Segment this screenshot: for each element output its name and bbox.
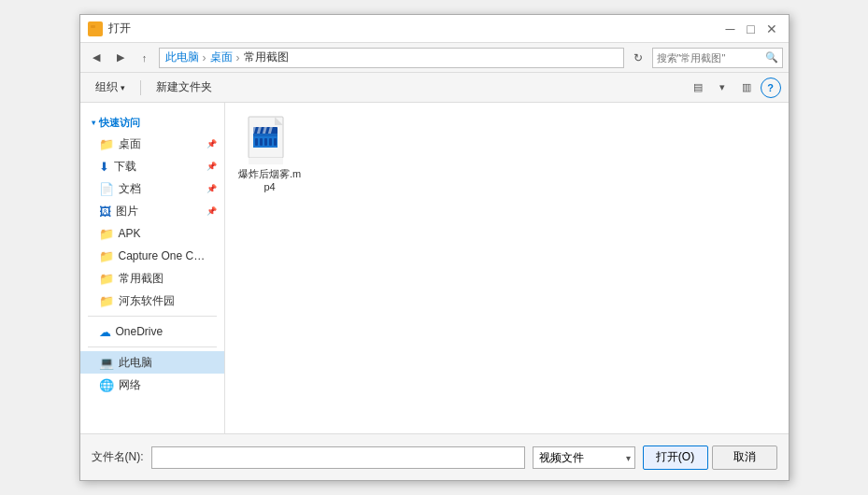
mp4-file-icon xyxy=(248,116,292,164)
up-button[interactable]: ↑ xyxy=(135,48,155,68)
back-button[interactable]: ◀ xyxy=(86,48,107,68)
address-path-bar[interactable]: 此电脑 › 桌面 › 常用截图 xyxy=(159,48,624,68)
sidebar-item-network[interactable]: 🌐 网络 xyxy=(80,374,224,396)
sidebar: ▾ 快速访问 📁 桌面 📌 ⬇ 下载 📌 📄 文档 📌 xyxy=(80,103,225,433)
path-current: 常用截图 xyxy=(244,50,289,65)
sidebar-label-network: 网络 xyxy=(119,377,141,393)
pictures-icon: 🖼 xyxy=(99,205,111,219)
path-sep-1: › xyxy=(203,51,206,64)
file-icon-container xyxy=(246,116,294,164)
minimize-button[interactable]: ─ xyxy=(721,20,740,38)
onedrive-icon: ☁ xyxy=(99,325,111,339)
pin-icon-documents: 📌 xyxy=(206,184,217,193)
view-arrow-icon: ▾ xyxy=(719,81,725,93)
file-area[interactable]: 爆炸后烟雾.mp4 xyxy=(225,103,789,433)
forward-icon: ▶ xyxy=(117,51,124,64)
quick-access-header[interactable]: ▾ 快速访问 xyxy=(80,110,224,133)
action-buttons: 打开(O) 取消 xyxy=(643,446,777,470)
sidebar-label-pictures: 图片 xyxy=(116,204,138,219)
sidebar-item-apk[interactable]: 📁 APK xyxy=(80,222,224,245)
svg-rect-12 xyxy=(255,138,258,146)
thispc-icon: 💻 xyxy=(99,356,114,370)
filetype-wrapper[interactable]: 视频文件 xyxy=(533,446,635,469)
filename-label: 文件名(N): xyxy=(92,449,144,465)
view-arrow-button[interactable]: ▾ xyxy=(712,78,733,98)
sidebar-label-apk: APK xyxy=(119,227,141,240)
folder-yellow-icon-apk: 📁 xyxy=(99,227,114,241)
new-folder-label: 新建文件夹 xyxy=(156,79,212,95)
sidebar-label-desktop: 桌面 xyxy=(119,136,141,152)
help-icon: ? xyxy=(767,82,774,93)
sidebar-item-desktop[interactable]: 📁 桌面 📌 xyxy=(80,133,224,155)
sidebar-item-thispc[interactable]: 💻 此电脑 xyxy=(80,351,224,374)
pane-icon: ▥ xyxy=(742,81,751,93)
sidebar-divider-1 xyxy=(88,316,217,317)
sidebar-label-screenshots: 常用截图 xyxy=(119,271,164,287)
cancel-button[interactable]: 取消 xyxy=(712,446,777,470)
organize-button[interactable]: 组织 ▾ xyxy=(88,77,133,99)
sidebar-label-capture: Capture One Cata xyxy=(119,249,207,262)
sidebar-label-downloads: 下载 xyxy=(114,159,136,175)
sidebar-label-thispc: 此电脑 xyxy=(119,355,152,371)
dialog-title: 打开 xyxy=(108,21,131,36)
network-icon: 🌐 xyxy=(99,378,114,392)
file-name: 爆炸后烟雾.mp4 xyxy=(236,167,304,194)
refresh-button[interactable]: ↻ xyxy=(628,48,648,68)
title-bar: 打开 ─ □ ✕ xyxy=(80,15,789,43)
organize-chevron: ▾ xyxy=(121,83,125,92)
svg-rect-14 xyxy=(264,138,267,146)
svg-rect-15 xyxy=(269,138,272,146)
list-item[interactable]: 爆炸后烟雾.mp4 xyxy=(233,110,307,200)
organize-label: 组织 xyxy=(95,79,118,95)
path-computer: 此电脑 xyxy=(165,50,199,65)
pane-button[interactable]: ▥ xyxy=(736,78,757,98)
close-button[interactable]: ✕ xyxy=(762,20,781,38)
pin-icon-downloads: 📌 xyxy=(206,162,217,171)
back-icon: ◀ xyxy=(92,51,100,64)
toolbar-separator xyxy=(140,80,141,95)
sidebar-item-pictures[interactable]: 🖼 图片 📌 xyxy=(80,200,224,222)
filetype-select[interactable]: 视频文件 xyxy=(533,446,635,469)
address-bar: ◀ ▶ ↑ 此电脑 › 桌面 › 常用截图 ↻ 🔍 xyxy=(80,43,789,73)
view-icon: ▤ xyxy=(693,81,703,93)
new-folder-button[interactable]: 新建文件夹 xyxy=(149,77,220,99)
svg-rect-17 xyxy=(249,158,283,164)
forward-button[interactable]: ▶ xyxy=(110,48,131,68)
svg-rect-0 xyxy=(91,27,100,34)
view-button[interactable]: ▤ xyxy=(688,78,708,98)
open-button[interactable]: 打开(O) xyxy=(643,446,708,470)
search-icon: 🔍 xyxy=(765,51,778,64)
sidebar-divider-2 xyxy=(88,346,217,347)
up-icon: ↑ xyxy=(142,52,148,64)
pin-icon-pictures: 📌 xyxy=(206,206,217,216)
refresh-icon: ↻ xyxy=(633,51,643,64)
sidebar-item-onedrive[interactable]: ☁ OneDrive xyxy=(80,320,224,343)
help-button[interactable]: ? xyxy=(761,78,781,98)
sidebar-item-downloads[interactable]: ⬇ 下载 📌 xyxy=(80,155,224,177)
sidebar-item-hedong[interactable]: 📁 河东软件园 xyxy=(80,290,224,312)
sidebar-item-documents[interactable]: 📄 文档 📌 xyxy=(80,177,224,200)
svg-rect-13 xyxy=(260,138,263,146)
quick-access-chevron: ▾ xyxy=(92,119,95,127)
sidebar-item-screenshots[interactable]: 📁 常用截图 xyxy=(80,267,224,290)
folder-blue-icon: 📁 xyxy=(99,137,114,151)
folder-yellow-icon-capture: 📁 xyxy=(99,249,114,263)
sidebar-label-documents: 文档 xyxy=(119,181,141,197)
folder-yellow-icon-screenshots: 📁 xyxy=(99,272,114,286)
bottom-bar: 文件名(N): 视频文件 打开(O) 取消 xyxy=(80,433,789,480)
filename-input[interactable] xyxy=(151,446,525,469)
window-controls: ─ □ ✕ xyxy=(721,20,781,38)
sidebar-item-capture[interactable]: 📁 Capture One Cata xyxy=(80,245,224,267)
dialog-icon xyxy=(88,21,103,36)
search-input[interactable] xyxy=(657,52,761,64)
path-desktop: 桌面 xyxy=(210,50,233,65)
download-icon: ⬇ xyxy=(99,160,109,174)
pin-icon-desktop: 📌 xyxy=(206,139,217,148)
svg-rect-16 xyxy=(274,138,277,146)
sidebar-label-hedong: 河东软件园 xyxy=(119,293,175,309)
sidebar-label-onedrive: OneDrive xyxy=(116,325,164,338)
search-box[interactable]: 🔍 xyxy=(652,48,783,68)
main-content: ▾ 快速访问 📁 桌面 📌 ⬇ 下载 📌 📄 文档 📌 xyxy=(80,103,789,433)
maximize-button[interactable]: □ xyxy=(742,20,761,38)
folder-yellow-icon-hedong: 📁 xyxy=(99,294,114,308)
